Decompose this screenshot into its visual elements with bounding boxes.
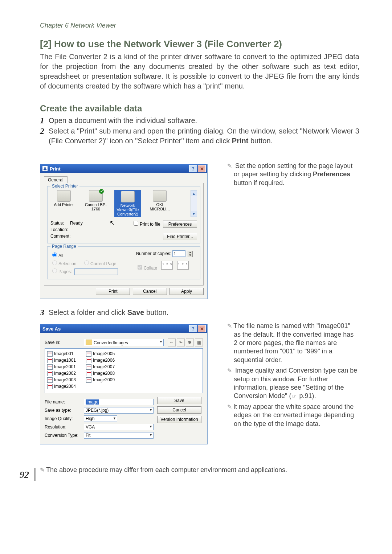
print-to-file-check[interactable]: Print to file [132,222,160,227]
save-as-dialog: Save As ? ✕ Save in: ConvertedImages ←⬑✽… [40,324,208,444]
print-dialog-titlebar[interactable]: 🖶 Print ? ✕ [40,164,207,173]
quality-label: Image Quality: [45,416,81,421]
find-printer-button[interactable]: Find Printer... [163,233,197,240]
print-to-file-label: Print to file [140,222,160,227]
printer-icon: 🖶 [42,166,48,171]
close-button[interactable]: ✕ [198,165,206,172]
save-button[interactable]: Save [157,397,201,404]
views-icon[interactable]: ▦ [195,338,203,346]
file-item[interactable]: Image2005 [86,351,115,357]
folder-icon [86,340,92,345]
status-value: Ready [70,221,83,226]
printer-oki[interactable]: OKI MICROLI... [146,190,173,211]
file-item-label: Image2008 [93,371,115,376]
page-range-legend: Page Range [50,244,78,249]
hand-icon [291,392,297,399]
oki-printer-icon [153,190,167,202]
saveas-title: Save As [42,326,188,332]
file-item[interactable]: Image2001 [47,364,76,370]
copies-spinner[interactable]: ▲▼ [188,251,193,257]
file-icon [86,371,91,376]
file-icon [47,364,53,370]
file-item[interactable]: Image2007 [86,364,115,370]
printer-oki-label: OKI MICROLI... [150,202,170,211]
file-item[interactable]: Image2003 [47,377,76,383]
collate-icon-2 [177,261,189,270]
version-info-button[interactable]: Version Information [157,416,201,423]
file-item-label: Image1001 [54,358,76,363]
saveas-titlebar[interactable]: Save As ? ✕ [40,324,207,333]
printer-canon[interactable]: Canon LBP-1760 [82,190,109,211]
preferences-button[interactable]: Preferences [163,221,197,228]
resolution-select[interactable]: VGA [84,424,154,430]
saveas-help-button[interactable]: ? [189,325,197,332]
select-printer-legend: Select Printer [50,184,79,189]
step-number-1: 1 [40,116,49,125]
file-item-label: Image2001 [54,364,76,369]
tab-general[interactable]: General [44,176,68,183]
file-icon [47,351,53,357]
page-number-rule [34,468,36,481]
file-item-label: Image2002 [54,371,76,376]
file-item[interactable]: Image1001 [47,357,76,363]
radio-all-label: All [58,253,63,258]
radio-all[interactable] [52,253,57,257]
help-button[interactable]: ? [189,165,197,172]
file-icon [47,377,53,383]
quality-select[interactable]: High [84,415,117,422]
file-item[interactable]: Image2009 [86,377,115,383]
step-number-3: 3 [40,308,49,317]
back-icon[interactable]: ← [168,338,176,346]
step-2-text-c: button. [248,137,273,145]
savein-select[interactable]: ConvertedImages [84,339,164,346]
cancel-button[interactable]: Cancel [133,288,167,295]
file-icon [86,351,91,357]
status-label: Status: [50,221,64,226]
annotation-quality: Image quality and Conversion type can be… [227,366,358,401]
print-button[interactable]: Print [96,288,130,295]
section-title: [2] How to use the Network Viewer 3 (Fil… [40,38,359,50]
printer-scrollbar[interactable]: ▲ ▼ [191,190,197,217]
step-1-text: Open a document with the individual soft… [49,116,197,126]
file-item[interactable]: Image2008 [86,370,115,376]
canon-printer-icon [89,190,103,202]
annotation-preferences: Set the option setting for the page layo… [227,162,358,187]
savein-value: ConvertedImages [94,340,128,345]
convtype-select[interactable]: Fit [84,432,154,439]
scroll-up-icon[interactable]: ▲ [191,190,197,196]
scroll-down-icon[interactable]: ▼ [191,211,197,217]
page-number: 92 [20,469,29,480]
savetype-label: Save as type: [45,408,81,413]
newfolder-icon[interactable]: ✽ [186,338,194,346]
add-printer-icon [57,190,71,202]
printer-nv-label: Network Viewer3(File Converter2) [117,203,139,216]
collate-checkbox [138,265,142,270]
printer-network-viewer[interactable]: Network Viewer3(File Converter2) [114,190,141,217]
step-3b: Save [127,308,144,316]
print-dialog: 🖶 Print ? ✕ General Select Printer [40,164,208,299]
file-item[interactable]: Image2002 [47,370,76,376]
apply-button[interactable]: Apply [170,288,204,295]
annot-1c: button if required. [234,179,285,186]
file-item[interactable]: Image2006 [86,357,115,363]
savetype-select[interactable]: JPEG(*.jpg) [84,407,154,414]
subsection-title: Create the available data [40,103,359,114]
step-3-text: Select a folder and click Save button. [49,308,168,317]
step-2-text-bold: Print [232,137,249,145]
filename-input[interactable]: Image [84,399,154,405]
file-list[interactable]: Image001Image1001Image2001Image2002Image… [45,348,203,393]
file-item[interactable]: Image001 [47,351,76,357]
convtype-value: Fit [86,433,90,438]
intro-paragraph: The File Converter 2 is a kind of the pr… [40,52,359,91]
savein-label: Save in: [45,340,81,345]
printer-add[interactable]: Add Printer [50,190,77,207]
print-to-file-checkbox[interactable] [134,221,138,226]
up-icon[interactable]: ⬑ [177,338,185,346]
file-item-label: Image001 [54,351,73,356]
collate-icon [161,261,173,270]
saveas-cancel-button[interactable]: Cancel [157,406,201,414]
file-item[interactable]: Image2004 [47,383,76,389]
saveas-close-button[interactable]: ✕ [198,325,206,332]
radio-selection [52,260,57,265]
copies-input[interactable] [172,250,185,257]
